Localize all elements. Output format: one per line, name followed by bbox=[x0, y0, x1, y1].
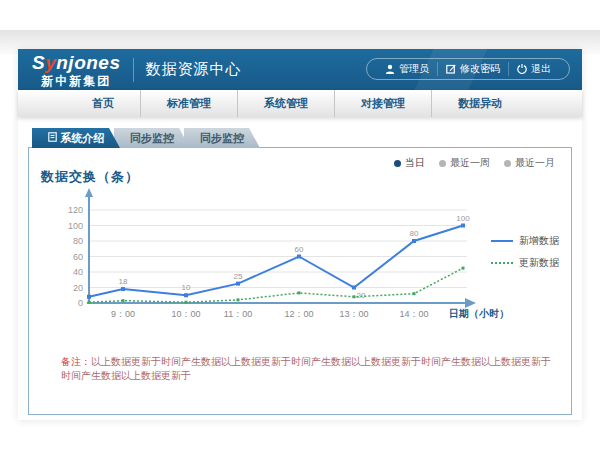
solid-line-icon bbox=[491, 240, 513, 242]
chart-panel: 当日 最近一周 最近一月 数据交换（条） 0204060801001209：00… bbox=[28, 147, 572, 415]
logo-part1: S bbox=[32, 52, 45, 73]
user-name-label: 管理员 bbox=[399, 62, 429, 76]
svg-text:20: 20 bbox=[357, 291, 366, 300]
tab-system-intro[interactable]: 系统介绍 bbox=[32, 128, 120, 148]
range-option-today[interactable]: 当日 bbox=[394, 156, 425, 170]
logo-accent: y bbox=[45, 52, 56, 73]
nav-item-home[interactable]: 首页 bbox=[66, 90, 140, 117]
dotted-line-icon bbox=[491, 262, 513, 264]
range-option-last-week[interactable]: 最近一周 bbox=[439, 156, 490, 170]
svg-text:100: 100 bbox=[68, 221, 83, 231]
tab-label: 同步监控 bbox=[200, 131, 244, 146]
radio-dot-icon bbox=[394, 160, 401, 167]
change-password-label: 修改密码 bbox=[460, 62, 500, 76]
range-label: 最近一周 bbox=[450, 156, 490, 170]
radio-dot-icon bbox=[504, 160, 511, 167]
tab-bar: 系统介绍 同步监控 同步监控 bbox=[32, 128, 260, 148]
logout-label: 退出 bbox=[531, 62, 551, 76]
range-label: 最近一月 bbox=[515, 156, 555, 170]
svg-text:20: 20 bbox=[73, 283, 83, 293]
legend-label: 新增数据 bbox=[519, 234, 559, 248]
header-divider bbox=[133, 58, 134, 82]
app-window: Synjones 新中新集团 数据资源中心 管理员 修改密码 退出 bbox=[18, 49, 582, 420]
nav-item-system[interactable]: 系统管理 bbox=[237, 90, 334, 117]
tab-sync-monitor-1[interactable]: 同步监控 bbox=[114, 128, 190, 148]
change-password-button[interactable]: 修改密码 bbox=[437, 62, 508, 76]
main-nav: 首页 标准管理 系统管理 对接管理 数据异动 bbox=[18, 90, 582, 117]
nav-item-data-changes[interactable]: 数据异动 bbox=[431, 90, 528, 117]
footnote: 备注：以上数据更新于时间产生数据以上数据更新于时间产生数据以上数据更新于时间产生… bbox=[61, 355, 551, 383]
user-controls: 管理员 修改密码 退出 bbox=[366, 58, 570, 80]
range-selector: 当日 最近一周 最近一月 bbox=[394, 156, 555, 170]
data-exchange-line-chart[interactable]: 0204060801001209：0010：0011：0012：0013：001… bbox=[49, 186, 509, 326]
tab-label: 同步监控 bbox=[130, 131, 174, 146]
user-icon bbox=[385, 64, 395, 74]
svg-text:80: 80 bbox=[410, 229, 419, 238]
svg-text:100: 100 bbox=[456, 214, 470, 223]
power-icon bbox=[517, 64, 527, 74]
app-title: 数据资源中心 bbox=[146, 60, 242, 79]
svg-text:0: 0 bbox=[78, 298, 83, 308]
svg-text:120: 120 bbox=[68, 205, 83, 215]
svg-text:10: 10 bbox=[182, 283, 191, 292]
svg-text:80: 80 bbox=[73, 236, 83, 246]
logo-company-name: 新中新集团 bbox=[32, 75, 121, 87]
tab-label: 系统介绍 bbox=[61, 131, 105, 146]
footnote-text: 以上数据更新于时间产生数据以上数据更新于时间产生数据以上数据更新于时间产生数据以… bbox=[61, 356, 551, 381]
range-option-last-month[interactable]: 最近一月 bbox=[504, 156, 555, 170]
svg-text:18: 18 bbox=[119, 277, 128, 286]
legend-label: 更新数据 bbox=[519, 256, 559, 270]
current-user-button[interactable]: 管理员 bbox=[377, 62, 437, 76]
chart-y-axis-title: 数据交换（条） bbox=[41, 168, 139, 186]
logo: Synjones 新中新集团 bbox=[32, 53, 121, 87]
page: Synjones 新中新集团 数据资源中心 管理员 修改密码 退出 bbox=[0, 0, 600, 450]
svg-text:60: 60 bbox=[295, 245, 304, 254]
edit-icon bbox=[446, 64, 456, 74]
legend-item-new-data[interactable]: 新增数据 bbox=[491, 234, 559, 248]
chart-legend: 新增数据 更新数据 bbox=[491, 234, 559, 270]
app-header: Synjones 新中新集团 数据资源中心 管理员 修改密码 退出 bbox=[18, 49, 582, 90]
nav-item-integration[interactable]: 对接管理 bbox=[334, 90, 431, 117]
svg-text:13：00: 13：00 bbox=[339, 309, 368, 319]
svg-text:40: 40 bbox=[73, 267, 83, 277]
logo-part3: njones bbox=[56, 52, 120, 73]
svg-text:14：00: 14：00 bbox=[399, 309, 428, 319]
svg-text:12：00: 12：00 bbox=[284, 309, 313, 319]
footnote-label: 备注： bbox=[61, 356, 91, 367]
tab-sync-monitor-2[interactable]: 同步监控 bbox=[184, 128, 260, 148]
legend-item-updated-data[interactable]: 更新数据 bbox=[491, 256, 559, 270]
svg-text:60: 60 bbox=[73, 252, 83, 262]
svg-text:11：00: 11：00 bbox=[224, 309, 252, 319]
svg-text:10：00: 10：00 bbox=[171, 309, 200, 319]
logout-button[interactable]: 退出 bbox=[508, 62, 559, 76]
logo-wordmark: Synjones bbox=[32, 53, 121, 72]
svg-text:日期（小时）: 日期（小时） bbox=[449, 308, 509, 319]
document-icon bbox=[48, 132, 57, 144]
range-label: 当日 bbox=[405, 156, 425, 170]
svg-text:9：00: 9：00 bbox=[111, 309, 135, 319]
radio-dot-icon bbox=[439, 160, 446, 167]
nav-item-standards[interactable]: 标准管理 bbox=[140, 90, 237, 117]
svg-text:25: 25 bbox=[234, 272, 243, 281]
